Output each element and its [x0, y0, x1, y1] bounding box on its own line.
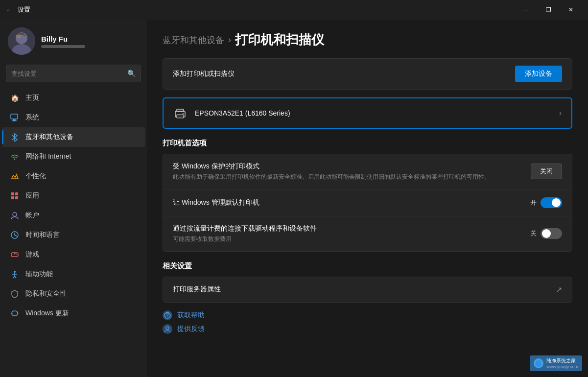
printer-icon	[173, 106, 187, 120]
nav-privacy[interactable]: 隐私和安全性	[2, 284, 145, 304]
update-icon	[10, 308, 20, 318]
home-icon: 🏠	[10, 93, 20, 103]
nav-system[interactable]: 系统	[2, 108, 145, 127]
windows-manage-row: 让 Windows 管理默认打印机 开	[163, 189, 572, 216]
nav-network[interactable]: 网络和 Internet	[2, 147, 145, 166]
external-link-icon: ↗	[556, 285, 562, 294]
minimize-button[interactable]: —	[515, 2, 537, 18]
user-name: Billy Fu	[41, 35, 85, 43]
nav-label-home: 主页	[25, 94, 39, 102]
user-profile[interactable]: Billy Fu	[0, 20, 147, 65]
time-icon	[10, 230, 20, 240]
add-printer-label: 添加打印机或扫描仪	[173, 70, 235, 78]
windows-protected-row: 受 Windows 保护的打印模式 此功能有助于确保采用打印机软件的最新安全标准…	[163, 154, 572, 189]
nav-time[interactable]: 时间和语言	[2, 225, 145, 245]
user-status-bar	[41, 45, 85, 48]
svg-point-33	[167, 316, 168, 317]
system-icon	[10, 113, 20, 122]
nav-label-accounts: 帐户	[25, 211, 39, 220]
nav-bluetooth[interactable]: 蓝牙和其他设备	[2, 127, 145, 147]
svg-point-20	[16, 254, 17, 255]
nav-label-update: Windows 更新	[25, 309, 69, 318]
printer-prefs-heading: 打印机首选项	[163, 139, 572, 148]
help-label: 获取帮助	[177, 311, 205, 320]
metered-toggle[interactable]	[541, 228, 562, 239]
nav-label-accessibility: 辅助功能	[25, 270, 53, 279]
breadcrumb-parent[interactable]: 蓝牙和其他设备	[163, 34, 224, 46]
nav-accounts[interactable]: 帐户	[2, 206, 145, 225]
content-area: 蓝牙和其他设备 › 打印机和扫描仪 添加打印机或扫描仪 添加设备 EPSON3A…	[147, 20, 588, 377]
titlebar-controls: — ❐ ✕	[515, 2, 582, 18]
search-box[interactable]: 🔍	[6, 65, 141, 82]
add-printer-row: 添加打印机或扫描仪 添加设备	[163, 58, 572, 90]
svg-rect-12	[15, 196, 18, 199]
nav-apps[interactable]: 应用	[2, 186, 145, 206]
network-icon	[10, 152, 20, 162]
toggle-knob-metered	[542, 229, 551, 238]
printer-name: EPSON3A52E1 (L6160 Series)	[195, 109, 551, 117]
svg-rect-30	[177, 115, 184, 118]
privacy-icon	[10, 289, 20, 299]
feedback-link[interactable]: 提供反馈	[163, 324, 572, 334]
metered-title: 通过按流量计费的连接下载驱动程序和设备软件	[173, 224, 520, 233]
search-input[interactable]	[11, 70, 123, 77]
svg-rect-5	[13, 119, 16, 120]
windows-manage-title: 让 Windows 管理默认打印机	[173, 198, 520, 207]
svg-marker-27	[11, 313, 13, 314]
nav-label-personalize: 个性化	[25, 172, 46, 181]
accessibility-icon	[10, 269, 20, 279]
help-icon	[163, 310, 172, 320]
windows-protected-control: 关闭	[531, 164, 562, 179]
svg-rect-4	[11, 114, 18, 119]
printer-item[interactable]: EPSON3A52E1 (L6160 Series) ›	[163, 97, 572, 129]
close-button[interactable]: ✕	[560, 2, 582, 18]
add-device-button[interactable]: 添加设备	[515, 66, 562, 82]
back-button[interactable]: ←	[6, 6, 13, 14]
svg-rect-11	[11, 196, 14, 199]
svg-point-13	[13, 212, 17, 216]
nav-label-network: 网络和 Internet	[25, 152, 71, 161]
toggle-on-label: 开	[530, 198, 537, 207]
user-info: Billy Fu	[41, 35, 85, 48]
personalize-icon	[10, 171, 20, 181]
nav-label-time: 时间和语言	[25, 231, 60, 239]
main-layout: Billy Fu 🔍 🏠 主页 系统 蓝牙和其他设备	[0, 20, 588, 377]
manage-printer-toggle[interactable]	[541, 197, 562, 208]
apps-icon	[10, 191, 20, 201]
nav-label-privacy: 隐私和安全性	[25, 289, 67, 298]
watermark-icon: 🌀	[534, 358, 543, 368]
titlebar: ← 设置 — ❐ ✕	[0, 0, 588, 20]
feedback-label: 提供反馈	[177, 325, 205, 333]
svg-rect-10	[15, 192, 18, 195]
feedback-icon	[163, 324, 172, 334]
search-icon: 🔍	[127, 70, 136, 77]
svg-line-25	[15, 276, 16, 278]
nav-gaming[interactable]: 游戏	[2, 245, 145, 264]
windows-protected-title: 受 Windows 保护的打印模式	[173, 162, 521, 171]
metered-control[interactable]: 关	[530, 228, 562, 239]
svg-point-34	[166, 327, 169, 330]
svg-rect-29	[177, 109, 184, 112]
print-server-row[interactable]: 打印服务器属性 ↗	[163, 277, 572, 302]
svg-rect-6	[12, 120, 17, 121]
windows-manage-control[interactable]: 开	[530, 197, 562, 208]
gaming-icon	[10, 250, 20, 259]
printer-prefs-card: 受 Windows 保护的打印模式 此功能有助于确保采用打印机软件的最新安全标准…	[163, 154, 572, 252]
watermark: 🌀 纯净系统之家 www.ycwjty.com	[530, 355, 582, 371]
nav-home[interactable]: 🏠 主页	[2, 88, 145, 108]
nav-label-apps: 应用	[25, 191, 39, 200]
avatar	[8, 27, 35, 55]
maximize-button[interactable]: ❐	[537, 2, 560, 18]
metered-info: 通过按流量计费的连接下载驱动程序和设备软件 可能需要收取数据费用	[173, 224, 520, 243]
nav-update[interactable]: Windows 更新	[2, 304, 145, 323]
nav-accessibility[interactable]: 辅助功能	[2, 264, 145, 284]
svg-point-31	[183, 113, 184, 115]
windows-protected-button[interactable]: 关闭	[531, 164, 562, 179]
print-server-title: 打印服务器属性	[173, 285, 221, 294]
help-link[interactable]: 获取帮助	[163, 310, 572, 320]
nav-personalize[interactable]: 个性化	[2, 166, 145, 186]
titlebar-left: ← 设置	[6, 5, 30, 14]
windows-protected-desc: 此功能有助于确保采用打印机软件的最新安全标准。启用此功能可能会限制使用旧的默认安…	[173, 173, 521, 181]
related-settings-card: 打印服务器属性 ↗	[163, 277, 572, 303]
titlebar-title: 设置	[18, 5, 30, 14]
